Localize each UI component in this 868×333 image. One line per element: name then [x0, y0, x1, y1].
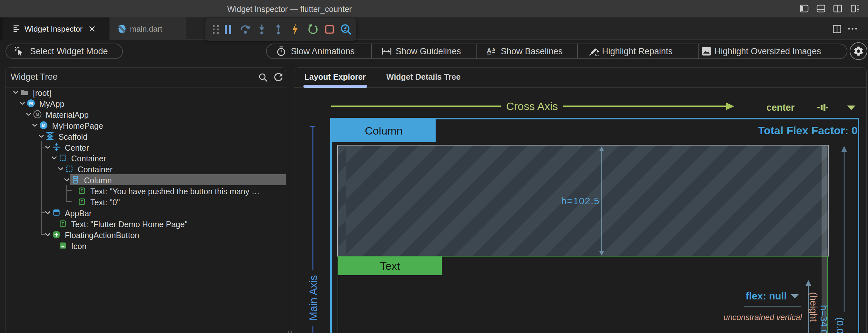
svg-text:A: A [487, 47, 491, 54]
svg-text:A: A [492, 47, 496, 52]
